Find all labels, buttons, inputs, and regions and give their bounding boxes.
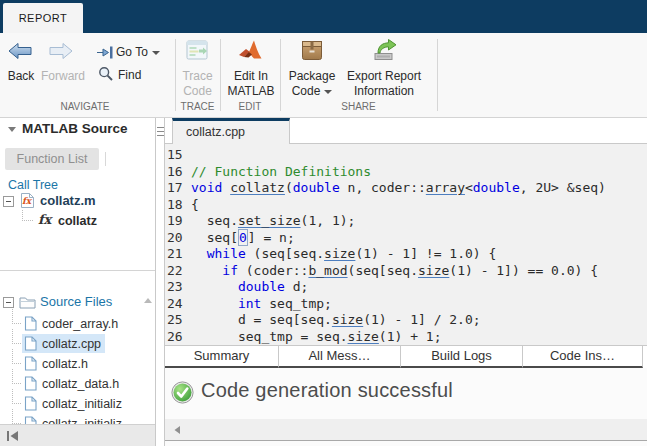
code-link[interactable]: set_size [238,213,301,228]
folder-icon [19,295,36,309]
back-button[interactable] [7,42,33,63]
title-bar: REPORT [0,0,647,33]
tree-item-collatz-m[interactable]: collatz.m [40,193,96,208]
file-item-selected[interactable]: collatz.cpp [22,334,105,353]
fx-glyph: fx [38,212,51,227]
status-message: Code generation successful [201,379,453,402]
collapse-triangle-icon[interactable] [8,127,16,132]
code-link[interactable]: collatz [230,180,285,195]
file-item[interactable]: collatz.h [22,354,92,373]
export-arrow-icon [371,38,398,61]
call-tree-link[interactable]: Call Tree [8,178,58,192]
file-tree-item[interactable]: collatz_data.h [0,374,156,394]
collapse-minus-icon[interactable] [3,297,14,308]
edit-label-2: MATLAB [222,84,280,98]
tree-connector [12,349,21,364]
code-line: 15 [165,147,647,164]
code-line: 23 double d; [165,279,647,296]
splitter-grip-icon[interactable] [157,127,164,138]
file-icon [24,376,37,391]
file-item[interactable]: collatz_data.h [22,374,123,393]
goto-caret-icon [152,51,160,55]
file-tree-item[interactable]: collatz.h [0,354,156,374]
file-item[interactable]: coder_array.h [22,314,122,333]
file-tree-item[interactable]: collatz_initializ [0,394,156,414]
sidebar-hscrollbar[interactable] [0,424,156,446]
toolstrip: Back Forward Go To Find NAVIGATE [0,33,647,118]
code-link[interactable]: size [324,246,355,261]
section-navigate: NAVIGATE [0,101,170,112]
report-tab-summary[interactable]: Summary [165,346,279,368]
code-text: ( [285,180,293,195]
package-code-button[interactable] [301,38,323,64]
file-name-label: coder_array.h [42,317,118,331]
tab-collatz-cpp[interactable]: collatz.cpp [172,118,290,145]
goto-icon [96,45,114,60]
code-text: (1) - 1] / 2.0; [363,312,480,327]
tab-report[interactable]: REPORT [3,3,83,33]
keyword-token: int [238,296,261,311]
code-text [222,180,230,195]
report-bottom-tabs: SummaryAll Mess…Build LogsCode Ins… [165,345,647,368]
function-list-button[interactable]: Function List [5,148,99,170]
tree-item-collatz-function[interactable]: collatz [58,214,97,228]
find-button[interactable] [98,66,114,85]
line-number: 19 [165,213,191,230]
keyword-token: if [222,263,238,278]
code-line: 26 seq_tmp = seq.size(1) + 1; [165,329,647,346]
collapse-minus-icon[interactable] [3,196,14,207]
goto-label[interactable]: Go To [116,45,160,59]
line-number: 24 [165,296,191,313]
panel-splitter[interactable] [157,118,164,446]
scroll-home-icon[interactable] [6,430,20,442]
report-tab-label: REPORT [19,12,68,24]
code-link[interactable]: b_mod [308,263,347,278]
file-name-label: collatz_data.h [42,377,119,391]
file-item[interactable]: collatz_initializ [22,394,126,413]
line-number: 18 [165,197,191,214]
trace-label-2: Code [175,84,220,98]
toolbar-separator [437,39,438,111]
edit-in-matlab-button[interactable] [238,39,265,65]
code-text: (seq[seq. [348,263,418,278]
line-number: 26 [165,329,191,346]
section-edit: EDIT [220,101,280,112]
forward-button[interactable] [48,42,74,63]
scroll-left-icon[interactable] [173,425,181,435]
code-link[interactable]: size [418,263,449,278]
file-tree-item[interactable]: coder_array.h [0,314,156,334]
tree-item-source-files[interactable]: Source Files [40,294,112,309]
matlab-source-header[interactable]: MATLAB Source [0,118,156,142]
code-link[interactable]: array [426,180,465,195]
report-tab-build-logs[interactable]: Build Logs [401,346,523,368]
line-number: 16 [165,164,191,181]
report-tab-all-mess-[interactable]: All Mess… [279,346,401,368]
goto-button[interactable] [96,45,114,63]
code-text: (1) + 1; [379,329,442,344]
keyword-token: double [238,279,285,294]
scroll-up-icon[interactable] [144,298,152,303]
code-text: seq_tmp = seq. [191,329,348,344]
file-tree-item[interactable]: collatz.cpp [0,334,156,354]
main-hscrollbar[interactable] [165,419,647,441]
code-text: d; [285,279,308,294]
function-list-label: Function List [17,152,88,166]
report-tab-code-ins-[interactable]: Code Ins… [523,346,643,368]
editor-tab-bar: collatz.cpp [165,118,647,144]
line-number: 20 [165,230,191,247]
code-text: (1) - 1] != 1.0) { [355,246,496,261]
code-text [191,279,238,294]
code-text: , 2U> &seq) [520,180,606,195]
code-text: (1) - 1]) == 0.0) { [449,263,598,278]
generated-code-header[interactable]: Generated Code [0,272,156,296]
export-report-button[interactable] [371,38,398,64]
sidebar: MATLAB Source Function List Call Tree fx… [0,118,156,446]
code-text [191,296,238,311]
code-link[interactable]: size [332,312,363,327]
code-link[interactable]: size [348,329,379,344]
back-label[interactable]: Back [2,69,40,83]
find-label[interactable]: Find [118,68,141,82]
forward-label: Forward [38,69,88,83]
line-number: 15 [165,147,191,164]
trace-code-button[interactable] [186,40,208,63]
